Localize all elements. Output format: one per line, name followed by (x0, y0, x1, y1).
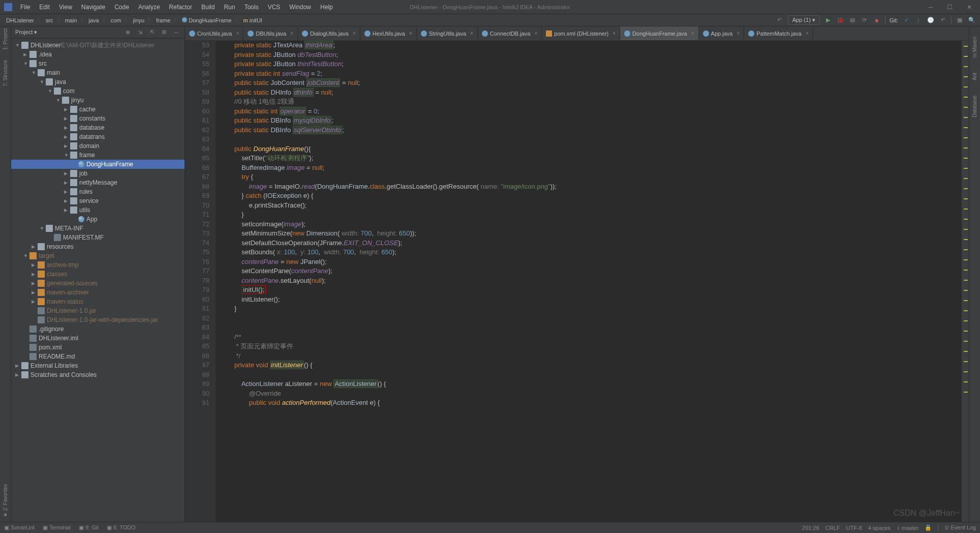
indent-info[interactable]: 4 spaces (868, 525, 891, 531)
tree-node[interactable]: ▶maven-archiver (11, 288, 185, 297)
hide-icon[interactable]: ─ (172, 28, 180, 37)
git-history-icon[interactable]: 🕓 (927, 16, 935, 24)
status-tool-todo[interactable]: ▣ 6: TODO (107, 524, 136, 531)
lock-icon[interactable]: 🔒 (925, 524, 932, 531)
locate-icon[interactable]: ⊕ (124, 28, 132, 37)
tree-node[interactable]: ▶resources (11, 242, 185, 251)
settings-icon[interactable]: ⚙ (160, 28, 168, 37)
line-ending[interactable]: CRLF (825, 525, 840, 531)
tree-node[interactable]: MANIFEST.MF (11, 233, 185, 242)
tree-node[interactable]: ▶job (11, 169, 185, 178)
breadcrumb-item[interactable]: DHListener (4, 17, 36, 23)
breadcrumb-item[interactable]: java (87, 17, 101, 23)
tree-node[interactable]: ▼src (11, 59, 185, 68)
file-encoding[interactable]: UTF-8 (846, 525, 862, 531)
tree-node[interactable]: ▼jinyu (11, 96, 185, 105)
event-log[interactable]: ⊙ Event Log (944, 524, 976, 531)
editor-tab[interactable]: CronUtils.java× (185, 26, 243, 41)
breadcrumb-item[interactable]: DongHuanFrame (180, 17, 233, 23)
editor-tab[interactable]: DongHuanFrame.java× (620, 26, 698, 41)
stop-icon[interactable]: ■ (873, 16, 881, 24)
tree-node[interactable]: ▶database (11, 123, 185, 132)
editor-tab[interactable]: DialogUtils.java× (298, 26, 360, 41)
rail-database[interactable]: Database (972, 96, 977, 117)
menu-file[interactable]: File (16, 3, 34, 12)
rail-favorites[interactable]: ★ 2: Favorites (3, 484, 8, 518)
menu-help[interactable]: Help (316, 3, 337, 12)
close-icon[interactable]: × (612, 31, 616, 36)
menu-tools[interactable]: Tools (240, 3, 263, 12)
close-icon[interactable]: × (290, 31, 293, 36)
tree-node[interactable]: ▼java (11, 77, 185, 86)
tree-node[interactable]: .gitignore (11, 324, 185, 334)
tree-node[interactable]: ▶.idea (11, 50, 185, 59)
expand-all-icon[interactable]: ⇲ (136, 28, 144, 37)
editor-tab[interactable]: StringUtils.java× (417, 26, 478, 41)
tree-node[interactable]: ▶datatrans (11, 132, 185, 141)
tree-node[interactable]: ▶domain (11, 141, 185, 151)
breadcrumb-item[interactable]: jinyu (131, 17, 147, 23)
maximize-button[interactable]: ☐ (943, 2, 957, 13)
rail-ant[interactable]: Ant (972, 73, 977, 80)
close-icon[interactable]: × (409, 31, 412, 36)
project-structure-icon[interactable]: ▦ (956, 16, 964, 24)
menu-analyze[interactable]: Analyze (134, 3, 164, 12)
git-branch[interactable]: ᚼ master (897, 525, 919, 531)
close-icon[interactable]: × (534, 31, 537, 36)
menu-navigate[interactable]: Navigate (77, 3, 109, 12)
tree-node[interactable]: ▼frame (11, 151, 185, 160)
menu-refactor[interactable]: Refactor (165, 3, 196, 12)
run-config-selector[interactable]: App (1) ▾ (788, 15, 820, 25)
project-tree[interactable]: ▼DHListener E:\AM-GIT\新建文件夹\DHListener▶.… (11, 39, 185, 522)
debug-icon[interactable]: 🐞 (836, 16, 844, 24)
git-commit-icon[interactable]: ↑ (914, 16, 923, 24)
tree-node[interactable]: ▶maven-status (11, 297, 185, 306)
breadcrumb-item[interactable]: frame (154, 17, 172, 23)
run-icon[interactable]: ▶ (824, 16, 832, 24)
tree-node[interactable]: ▼DHListener E:\AM-GIT\新建文件夹\DHListener (11, 41, 185, 50)
close-icon[interactable]: × (236, 31, 239, 36)
menu-code[interactable]: Code (110, 3, 133, 12)
tree-node[interactable]: ▶archive-tmp (11, 260, 185, 270)
tree-node[interactable]: ▶cache (11, 105, 185, 114)
status-tool-git[interactable]: ▣ 9: Git (79, 524, 99, 531)
close-icon[interactable]: × (470, 31, 473, 36)
rail-structure[interactable]: 7: Structure (3, 60, 8, 86)
breadcrumb-item[interactable]: com (109, 17, 124, 23)
rail-maven[interactable]: m Maven (972, 37, 977, 57)
project-header-label[interactable]: Project ▾ (15, 29, 37, 36)
tree-node[interactable]: ▶External Libraries (11, 361, 185, 370)
caret-position[interactable]: 201:26 (802, 525, 819, 531)
menu-vcs[interactable]: VCS (264, 3, 285, 12)
menu-edit[interactable]: Edit (35, 3, 54, 12)
editor-tab[interactable]: HexUtils.java× (360, 26, 417, 41)
breadcrumb-item[interactable]: m initUI (241, 17, 264, 23)
close-button[interactable]: ✕ (963, 2, 976, 13)
editor-tab[interactable]: pom.xml (DHListener)× (542, 26, 620, 41)
tree-node[interactable]: DongHuanFrame (11, 160, 185, 169)
tree-node[interactable]: ▶nettyMessage (11, 178, 185, 187)
back-icon[interactable]: ↶ (776, 16, 784, 24)
menu-view[interactable]: View (55, 3, 76, 12)
tree-node[interactable]: ▶constants (11, 114, 185, 123)
tree-node[interactable]: DHListener.iml (11, 334, 185, 343)
search-everywhere-icon[interactable]: 🔍 (968, 16, 976, 24)
tree-node[interactable]: ▶generated-sources (11, 279, 185, 288)
tree-node[interactable]: ▶service (11, 196, 185, 205)
tree-node[interactable]: App (11, 215, 185, 224)
editor-tab[interactable]: App.java× (699, 26, 745, 41)
breadcrumb-item[interactable]: main (63, 17, 79, 23)
code-editor[interactable]: private static JTextArea thirdArea; priv… (216, 41, 962, 522)
tree-node[interactable]: ▼target (11, 251, 185, 260)
tree-node[interactable]: ▶utils (11, 205, 185, 215)
close-icon[interactable]: × (691, 31, 694, 36)
menu-build[interactable]: Build (197, 3, 219, 12)
tree-node[interactable]: ▼META-INF (11, 224, 185, 233)
tree-node[interactable]: DHListener-1.0.jar (11, 306, 185, 315)
close-icon[interactable]: × (353, 31, 356, 36)
status-tool-terminal[interactable]: ▣ Terminal (43, 524, 70, 531)
tree-node[interactable]: ▶Scratches and Consoles (11, 370, 185, 379)
minimize-button[interactable]: ─ (924, 2, 937, 13)
tree-node[interactable]: ▼com (11, 86, 185, 96)
editor-tab[interactable]: PatternMatch.java× (744, 26, 813, 41)
